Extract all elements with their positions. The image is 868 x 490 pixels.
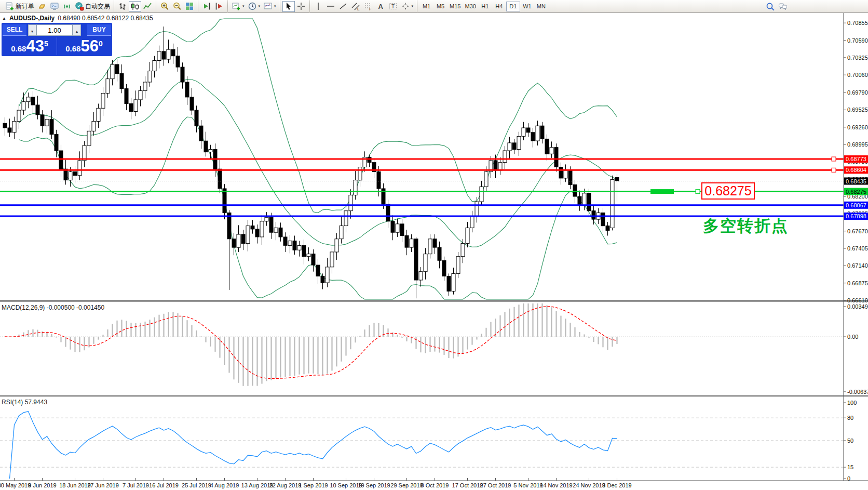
volume-input[interactable] [36, 24, 73, 36]
new-order-button[interactable]: 新订单 [4, 1, 36, 12]
timeframe-w1-button[interactable]: W1 [520, 2, 534, 11]
auto-scroll-icon [202, 2, 211, 11]
chevron-up-icon: ▲ [75, 30, 79, 33]
buy-price-base: 0.68 [65, 44, 80, 53]
crosshair-button[interactable] [295, 1, 307, 12]
text-label-icon: T [388, 2, 398, 11]
arrows-button[interactable]: ▾ [399, 1, 415, 12]
trendline-button[interactable] [337, 1, 349, 12]
community-button[interactable] [777, 1, 789, 12]
search-button[interactable] [764, 1, 777, 12]
periods-button[interactable]: ▾ [246, 1, 262, 12]
auto-scroll-button[interactable] [200, 1, 213, 12]
svg-text:0.67140: 0.67140 [847, 262, 868, 269]
horizontal-line-button[interactable] [324, 1, 337, 12]
tile-windows-button[interactable] [183, 1, 196, 12]
hline-handle[interactable] [696, 190, 700, 194]
chinese-annotation-text[interactable]: 多空转折点 [703, 215, 789, 237]
metaeditor-icon [50, 2, 59, 11]
signals-button[interactable] [61, 1, 73, 12]
svg-text:19 Sep 2019: 19 Sep 2019 [358, 482, 390, 488]
autotrading-button[interactable]: 自动交易 [73, 1, 112, 12]
hline-selection-handle[interactable] [650, 189, 674, 194]
buy-price[interactable]: 0.68560 [57, 37, 111, 55]
toolbar-group-5 [280, 0, 309, 13]
timeframe-h4-button[interactable]: H4 [492, 2, 506, 11]
sell-price[interactable]: 0.68435 [3, 37, 57, 55]
hline-handle[interactable] [832, 157, 836, 161]
hline-handle[interactable] [832, 168, 836, 172]
chart-ohlc-values: 0.68490 0.68542 0.68122 0.68435 [58, 15, 153, 22]
svg-text:5 Nov 2019: 5 Nov 2019 [513, 482, 542, 488]
zoom-out-button[interactable] [171, 1, 183, 12]
dropdown-caret-icon: ▾ [274, 4, 276, 8]
svg-text:80: 80 [847, 415, 853, 421]
buy-price-sup: 0 [99, 39, 103, 48]
timeframe-d1-button[interactable]: D1 [506, 2, 520, 11]
volume-decrease-button[interactable]: ▼ [28, 24, 36, 36]
vertical-line-button[interactable] [312, 1, 324, 12]
svg-text:15: 15 [847, 464, 853, 470]
text-label-button[interactable]: T [387, 1, 399, 12]
one-click-trading-panel: SELL ▼ ▲ BUY 0.68435 0.68560 [2, 23, 112, 56]
vertical-line-icon [314, 2, 323, 11]
time-axis[interactable]: 30 May 20199 Jun 201918 Jun 201927 Jun 2… [0, 478, 868, 488]
deposit-button[interactable] [36, 1, 48, 12]
svg-text:24 Nov 2019: 24 Nov 2019 [573, 482, 605, 488]
chart-symbol-period: AUDUSD-,Daily [9, 15, 55, 22]
svg-text:0.69525: 0.69525 [847, 107, 868, 113]
svg-text:0.70325: 0.70325 [847, 55, 868, 61]
svg-text:0.69790: 0.69790 [847, 89, 868, 96]
chart-bars-button[interactable] [116, 1, 129, 12]
chart-canvas[interactable]: 0.708550.705900.703250.700600.697900.695… [0, 13, 868, 490]
svg-text:0.70855: 0.70855 [847, 20, 868, 26]
channel-button[interactable]: E [349, 1, 362, 12]
price-axis[interactable]: 0.708550.705900.703250.700600.697900.695… [844, 13, 868, 482]
chat-icon [778, 2, 788, 11]
text-icon: A [376, 2, 385, 11]
svg-text:8 Oct 2019: 8 Oct 2019 [421, 482, 449, 488]
rsi-panel [0, 412, 844, 479]
sell-price-sup: 5 [44, 39, 48, 48]
text-button[interactable]: A [374, 1, 387, 12]
new-order-button-label: 新订单 [16, 2, 34, 11]
collapse-panel-icon[interactable]: ▲ [2, 16, 6, 21]
timeframe-m15-button[interactable]: M15 [447, 2, 463, 11]
svg-text:4 Aug 2019: 4 Aug 2019 [210, 482, 239, 488]
svg-text:0.68773: 0.68773 [846, 156, 866, 162]
zoom-out-icon [172, 2, 182, 11]
sell-price-big: 43 [26, 37, 44, 55]
timeframe-group: M1M5M15M30H1H4D1W1MN [417, 0, 550, 13]
timeframe-m30-button[interactable]: M30 [463, 2, 478, 11]
volume-increase-button[interactable]: ▲ [73, 24, 81, 36]
cursor-icon [284, 2, 293, 11]
svg-text:0.00: 0.00 [847, 334, 858, 340]
dropdown-caret-icon: ▾ [242, 4, 245, 8]
indicators-button[interactable]: ▾ [230, 1, 246, 12]
svg-text:F: F [369, 7, 371, 11]
chart-candles-button[interactable] [129, 1, 141, 12]
price-callout-label[interactable]: 0.68275 [701, 182, 755, 200]
fibonacci-icon: F [363, 2, 373, 11]
svg-text:0.68435: 0.68435 [846, 178, 866, 184]
timeframe-m1-button[interactable]: M1 [419, 2, 433, 11]
chart-shift-button[interactable] [213, 1, 225, 12]
templates-button[interactable]: ▾ [262, 1, 278, 12]
toolbar-group-4: ▾▾▾ [227, 0, 280, 13]
sell-price-base: 0.68 [11, 44, 26, 53]
timeframe-m5-button[interactable]: M5 [433, 2, 447, 11]
fibonacci-button[interactable]: F [362, 1, 374, 12]
timeframe-mn-button[interactable]: MN [534, 2, 548, 11]
new-order-icon [5, 2, 15, 11]
buy-button[interactable]: BUY [87, 24, 111, 36]
timeframe-h1-button[interactable]: H1 [478, 2, 492, 11]
metaeditor-button[interactable] [48, 1, 61, 12]
macd-signal-line [5, 307, 617, 379]
toolbar-right-group [762, 0, 791, 13]
sell-button[interactable]: SELL [3, 24, 26, 36]
svg-text:0.68604: 0.68604 [846, 167, 866, 173]
zoom-in-button[interactable] [158, 1, 171, 12]
chart-line-button[interactable] [141, 1, 154, 12]
cursor-button[interactable] [282, 1, 295, 12]
svg-text:0.67670: 0.67670 [847, 228, 868, 234]
